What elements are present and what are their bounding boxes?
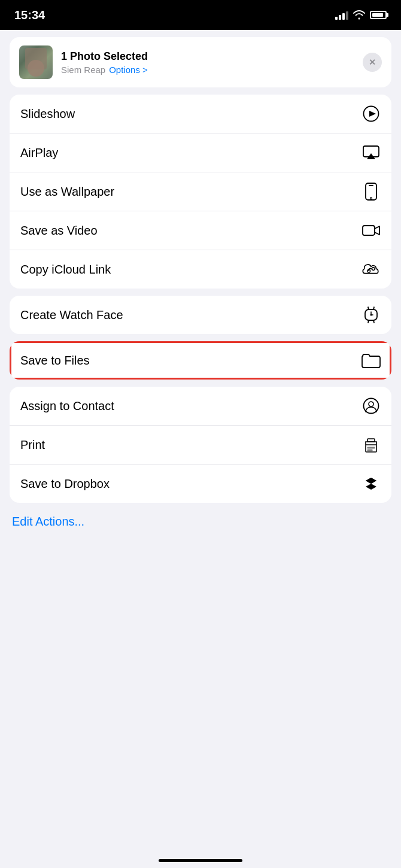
edit-actions-button[interactable]: Edit Actions... [12, 515, 84, 528]
wifi-icon [353, 10, 365, 20]
svg-point-10 [372, 268, 375, 271]
assign-contact-label: Assign to Contact [20, 399, 114, 413]
dropbox-item[interactable]: Save to Dropbox [10, 465, 391, 503]
svg-rect-24 [367, 450, 372, 451]
status-time: 15:34 [14, 8, 45, 22]
print-label: Print [20, 438, 45, 452]
slideshow-item[interactable]: Slideshow [10, 95, 391, 133]
svg-point-6 [370, 198, 372, 199]
close-button[interactable]: ✕ [363, 53, 382, 72]
signal-icon [335, 10, 348, 20]
svg-marker-3 [367, 153, 375, 159]
photo-thumbnail [19, 45, 53, 79]
svg-point-9 [367, 269, 370, 272]
status-icons [335, 10, 387, 20]
header-location: Siem Reap [61, 65, 105, 75]
play-circle-icon [361, 104, 381, 123]
folder-icon [361, 351, 381, 370]
svg-marker-26 [366, 478, 376, 484]
assign-contact-item[interactable]: Assign to Contact [10, 387, 391, 426]
svg-rect-7 [363, 226, 375, 235]
battery-icon [370, 11, 387, 19]
menu-group-2: Create Watch Face [10, 296, 391, 334]
svg-line-13 [373, 307, 374, 309]
slideshow-label: Slideshow [20, 107, 75, 121]
svg-line-12 [368, 307, 369, 309]
phone-icon [361, 182, 381, 201]
wallpaper-label: Use as Wallpaper [20, 185, 114, 199]
save-files-item[interactable]: Save to Files [10, 341, 391, 380]
dropbox-label: Save to Dropbox [20, 477, 110, 491]
menu-group-3: Save to Files [10, 341, 391, 380]
dropbox-icon [361, 474, 381, 493]
header-title: 1 Photo Selected [61, 50, 354, 63]
airplay-item[interactable]: AirPlay [10, 133, 391, 172]
save-files-label: Save to Files [20, 354, 90, 368]
save-video-label: Save as Video [20, 224, 98, 238]
header-card: 1 Photo Selected Siem Reap Options > ✕ [10, 37, 391, 87]
svg-marker-8 [375, 226, 379, 235]
svg-marker-1 [369, 111, 376, 117]
close-icon: ✕ [369, 58, 376, 66]
printer-icon [361, 435, 381, 454]
icloud-link-label: Copy iCloud Link [20, 263, 111, 277]
watch-icon [361, 305, 381, 324]
airplay-icon [361, 143, 381, 162]
header-subtitle: Siem Reap Options > [61, 65, 354, 75]
watch-face-item[interactable]: Create Watch Face [10, 296, 391, 334]
edit-actions-section: Edit Actions... [10, 510, 391, 533]
menu-group-1: Slideshow AirPlay Use as Wallpaper [10, 95, 391, 289]
svg-point-20 [369, 402, 373, 406]
cloud-link-icon [361, 260, 381, 279]
svg-line-15 [373, 320, 374, 323]
svg-line-14 [368, 320, 369, 323]
main-content: 1 Photo Selected Siem Reap Options > ✕ S… [0, 30, 401, 868]
wallpaper-item[interactable]: Use as Wallpaper [10, 172, 391, 211]
options-button[interactable]: Options > [109, 65, 148, 75]
icloud-link-item[interactable]: Copy iCloud Link [10, 250, 391, 289]
svg-rect-22 [367, 439, 375, 442]
svg-rect-23 [367, 447, 375, 448]
home-indicator [159, 859, 242, 862]
print-item[interactable]: Print [10, 426, 391, 465]
person-circle-icon [361, 396, 381, 415]
watch-face-label: Create Watch Face [20, 308, 123, 322]
airplay-label: AirPlay [20, 146, 58, 160]
video-icon [361, 221, 381, 240]
save-video-item[interactable]: Save as Video [10, 211, 391, 250]
menu-group-4: Assign to Contact Print [10, 387, 391, 503]
header-text: 1 Photo Selected Siem Reap Options > [61, 50, 354, 75]
status-bar: 15:34 [0, 0, 401, 30]
